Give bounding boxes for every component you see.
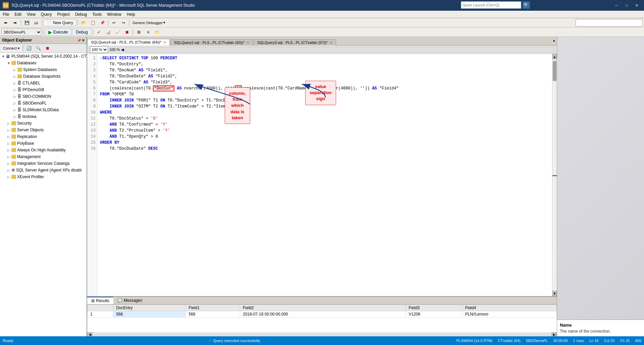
oe-management[interactable]: ▷ Management bbox=[0, 153, 87, 160]
oe-replication[interactable]: ▷ Replication bbox=[0, 133, 87, 140]
oe-system-databases[interactable]: ▷ System Databases bbox=[0, 66, 87, 73]
menu-file[interactable]: File bbox=[0, 11, 12, 18]
code-editor[interactable]: ☐SELECT DISTINCT TOP 100 PERCENT T0."Doc… bbox=[97, 54, 552, 296]
oe-pin-btn[interactable]: 📌 bbox=[77, 39, 81, 42]
oe-always-on[interactable]: ▷ Always On High Availability bbox=[0, 147, 87, 153]
undo-btn[interactable]: ↩ bbox=[110, 19, 118, 26]
results-to-grid-btn[interactable]: ⊞ bbox=[135, 28, 143, 36]
editor-scrollbar[interactable]: ▲ ▼ bbox=[552, 54, 557, 296]
tab2-label: SQLQuery2.sql - PLS...PL (CT\rafalc (63)… bbox=[174, 41, 245, 45]
results-to-file-btn[interactable]: 📁 bbox=[153, 28, 162, 36]
search-input[interactable] bbox=[576, 19, 643, 26]
code-line-3: T0."DocNum" AS "Field1", bbox=[100, 67, 549, 73]
scroll-thumb[interactable] bbox=[553, 61, 556, 81]
scroll-up-btn[interactable]: ▲ bbox=[552, 54, 557, 59]
scroll-left-btn[interactable]: ◀ bbox=[121, 48, 124, 52]
results-hscroll[interactable]: ◀ ▶ bbox=[87, 332, 557, 336]
hscroll-left[interactable]: ◀ bbox=[87, 333, 93, 337]
menu-edit[interactable]: Edit bbox=[12, 11, 24, 18]
fwd-btn[interactable]: ➡ bbox=[11, 19, 19, 26]
display-plan-btn[interactable]: 📊 bbox=[104, 28, 113, 36]
oe-db-testowa[interactable]: ▷ 🗄 testowa bbox=[0, 113, 87, 120]
menu-project[interactable]: Project bbox=[55, 11, 72, 18]
parse-btn[interactable]: ✓ bbox=[95, 28, 103, 36]
oe-filter-btn[interactable]: 🔍 bbox=[34, 45, 43, 52]
results-to-text-btn[interactable]: ≡ bbox=[144, 28, 153, 36]
tab3-close[interactable]: ✕ bbox=[330, 41, 332, 45]
redo-btn[interactable]: ↪ bbox=[119, 19, 128, 26]
menu-help[interactable]: Help bbox=[124, 11, 138, 18]
db-icon-sbodemopl: 🗄 bbox=[17, 101, 21, 106]
hscroll-right[interactable]: ▶ bbox=[551, 333, 557, 337]
status-query-success: ✓ Query executed successfully. bbox=[209, 339, 261, 343]
scroll-track[interactable] bbox=[552, 59, 557, 291]
results-tab[interactable]: ⊞ Results bbox=[87, 297, 113, 304]
db-expander[interactable]: ▼ bbox=[6, 60, 11, 66]
oe-databases-folder[interactable]: ▼ Databases bbox=[0, 60, 87, 66]
oe-refresh-btn[interactable]: 🔄 bbox=[24, 45, 33, 52]
open-btn[interactable]: 📂 bbox=[79, 19, 88, 26]
minimize-button[interactable]: ─ bbox=[612, 2, 621, 9]
tab-query4[interactable]: SQLQuery4.sql - PLS...PL (CT\rafalc (64)… bbox=[87, 39, 170, 46]
restore-button[interactable]: □ bbox=[622, 2, 631, 9]
dropdown-btn[interactable]: ▾ bbox=[551, 38, 557, 45]
oe-close-btn[interactable]: ✕ bbox=[82, 39, 85, 42]
oe-security[interactable]: ▷ Security bbox=[0, 120, 87, 127]
is-folder-icon bbox=[11, 161, 16, 165]
sysdb-expander[interactable]: ▷ bbox=[12, 67, 17, 72]
paste-btn[interactable]: 📌 bbox=[98, 19, 107, 26]
oe-sep1 bbox=[23, 45, 23, 51]
oe-polybase[interactable]: ▷ PolyBase bbox=[0, 140, 87, 147]
include-plan-btn[interactable]: 📈 bbox=[113, 28, 122, 36]
oe-server-node[interactable]: ▼ 🖥 PLSW044 (SQL Server 14.0.2002.14 - C… bbox=[0, 53, 87, 60]
tab2-close[interactable]: ✕ bbox=[247, 41, 249, 45]
menu-tools[interactable]: Tools bbox=[90, 11, 104, 18]
oe-sql-agent[interactable]: ▷ ⚙ SQL Server Agent (Agent XPs disabl bbox=[0, 167, 87, 174]
debug-button[interactable]: Debug bbox=[72, 29, 91, 36]
copy-btn[interactable]: 📋 bbox=[89, 19, 97, 26]
tab4-close[interactable]: ✕ bbox=[163, 41, 166, 44]
ln-label: Ln 16 bbox=[589, 339, 599, 343]
server-expander[interactable]: ▼ bbox=[1, 54, 6, 59]
menu-view[interactable]: View bbox=[24, 11, 38, 18]
code-line-14: AND T1."OpenQty" > 0 bbox=[100, 134, 549, 140]
tab-query2[interactable]: SQLQuery2.sql - PLS...PL (CT\rafalc (63)… bbox=[170, 39, 253, 46]
save-btn[interactable]: 💾 bbox=[22, 19, 31, 26]
messages-tab[interactable]: 💬 Messages bbox=[113, 297, 146, 304]
oe-db-sldmodel[interactable]: ▷ 🗄 SLDModel.SLDData bbox=[0, 107, 87, 113]
oe-integration-services[interactable]: ▷ Integration Services Catalogs bbox=[0, 160, 87, 167]
result-row-1[interactable]: 1 568 568 2018-07-18 00:00:00.000 V1208 … bbox=[88, 311, 557, 318]
new-query-button[interactable]: 📄 New Query bbox=[44, 19, 76, 26]
oe-connect-btn[interactable]: Connect ▾ bbox=[1, 45, 21, 52]
snap-expander[interactable]: ▷ bbox=[12, 74, 17, 79]
oe-db-sbocommon[interactable]: ▷ 🗄 SBO-COMMON bbox=[0, 93, 87, 100]
oe-stop-btn[interactable]: ⏹ bbox=[43, 45, 52, 52]
tab4-label: SQLQuery4.sql - PLS...PL (CT\rafalc (64)… bbox=[91, 40, 161, 44]
oe-xevent[interactable]: ▷ XEvent Profiler bbox=[0, 174, 87, 180]
menu-query[interactable]: Query bbox=[38, 11, 55, 18]
oe-db-snapshots[interactable]: ▷ Database Snapshots bbox=[0, 73, 87, 80]
db-icon-testowa: 🗄 bbox=[17, 114, 21, 119]
tab-query3[interactable]: SQLQuery3.sql - PLS...PL (CT\rafalc (57)… bbox=[254, 39, 336, 46]
execute-button[interactable]: ▶ Execute bbox=[45, 28, 71, 36]
oe-server-objects[interactable]: ▷ Server Objects bbox=[0, 127, 87, 133]
generic-debugger-btn[interactable]: Generic Debugger ▾ bbox=[131, 19, 167, 26]
stop-btn[interactable]: ⏹ bbox=[123, 28, 131, 36]
server-label: PLSW044 (SQL Server 14.0.2002.14 - CT bbox=[11, 54, 87, 59]
scroll-down-btn[interactable]: ▼ bbox=[552, 291, 557, 296]
db-dropdown[interactable]: SBODemoPL bbox=[1, 28, 42, 36]
quick-launch-search-btn[interactable]: 🔍 bbox=[523, 1, 530, 9]
close-button[interactable]: ✕ bbox=[632, 2, 641, 9]
oe-db-sbodemoPL[interactable]: ▷ 🗄 SBODemoPL bbox=[0, 100, 87, 107]
oe-db-pfdemo[interactable]: ▷ 🗄 PFDemoGB bbox=[0, 86, 87, 93]
save-all-btn[interactable]: 🗂 bbox=[32, 19, 41, 26]
zoom-selector[interactable]: 100 % bbox=[90, 46, 108, 53]
menu-debug[interactable]: Debug bbox=[72, 11, 90, 18]
back-btn[interactable]: ⬅ bbox=[1, 19, 10, 26]
app-icon: SS bbox=[3, 2, 9, 8]
oe-content[interactable]: ▼ 🖥 PLSW044 (SQL Server 14.0.2002.14 - C… bbox=[0, 53, 87, 336]
quick-launch-input[interactable] bbox=[461, 1, 521, 9]
hscroll-track[interactable] bbox=[93, 333, 551, 336]
oe-db-ctlabel[interactable]: ▷ 🗄 CTLABEL bbox=[0, 80, 87, 86]
menu-window[interactable]: Window bbox=[104, 11, 124, 18]
